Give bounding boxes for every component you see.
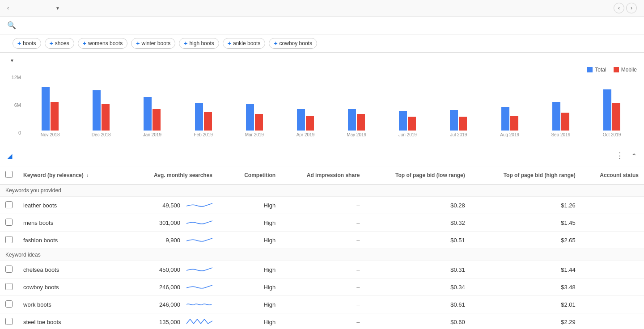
table-row: fashion boots 9,900 High – $0.51 $2.65 — [0, 232, 644, 249]
competition-cell: High — [218, 278, 281, 296]
top-bid-low-header[interactable]: Top of page bid (low range) — [365, 166, 470, 184]
top-bid-high-header[interactable]: Top of page bid (high range) — [470, 166, 581, 184]
chart-area: Nov 2018Dec 2018Jan 2019Feb 2019Mar 2019… — [25, 75, 637, 146]
row-checkbox[interactable] — [5, 219, 13, 226]
trend-sparkline — [186, 201, 212, 210]
bar-mobile — [204, 112, 212, 131]
row-checkbox[interactable] — [5, 318, 13, 325]
chart-bars: Nov 2018Dec 2018Jan 2019Feb 2019Mar 2019… — [25, 75, 637, 137]
broaden-tag-cowboy-boots[interactable]: +cowboy boots — [269, 38, 317, 49]
top-bid-high-cell: $1.45 — [470, 214, 581, 232]
top-bid-high-cell: $1.26 — [470, 197, 581, 214]
chart-legend: Total Mobile — [7, 67, 637, 73]
chart-header[interactable]: ▼ — [7, 58, 637, 63]
chart-baseline — [43, 137, 637, 137]
next-arrow[interactable]: › — [626, 3, 637, 13]
columns-button[interactable]: ⋮ — [616, 151, 624, 161]
bar-total — [93, 90, 101, 131]
ad-impression-cell: – — [281, 232, 365, 249]
top-bid-low-cell: $0.32 — [365, 214, 470, 232]
bar-total — [501, 107, 509, 131]
competition-cell: High — [218, 197, 281, 214]
collapse-chart-button[interactable]: ⌃ — [631, 152, 637, 160]
sort-icon: ↓ — [86, 173, 89, 178]
row-checkbox[interactable] — [5, 300, 13, 308]
top-bid-low-cell: $0.28 — [365, 197, 470, 214]
keyword-header[interactable]: Keyword (by relevance) ↓ — [18, 166, 123, 184]
chart-month-Jul-2019: Jul 2019 — [433, 75, 483, 137]
row-checkbox-cell — [0, 232, 18, 249]
account-status-cell — [581, 197, 644, 214]
top-bid-high-cell: $2.65 — [470, 232, 581, 249]
broaden-tag-shoes[interactable]: +shoes — [45, 38, 74, 49]
trend-sparkline — [186, 265, 212, 274]
chart-month-May-2019: May 2019 — [331, 75, 381, 137]
back-arrow[interactable]: ‹ — [7, 5, 9, 11]
trend-sparkline — [186, 317, 212, 326]
broaden-tag-boots[interactable]: +boots — [13, 38, 41, 49]
row-checkbox[interactable] — [5, 266, 13, 273]
bar-mobile — [51, 102, 59, 131]
row-checkbox-cell — [0, 278, 18, 296]
bar-total — [603, 89, 611, 131]
broaden-tag-ankle-boots[interactable]: +ankle boots — [223, 38, 266, 49]
broaden-tag-winter-boots[interactable]: +winter boots — [131, 38, 175, 49]
competition-cell: High — [218, 232, 281, 249]
chart-section: ▼ Total Mobile 12M 6M 0 Nov 2018Dec 2018… — [0, 53, 644, 146]
chart-dropdown-icon: ▼ — [10, 58, 14, 63]
ad-impression-header[interactable]: Ad impression share — [281, 166, 365, 184]
chart-y-labels: 12M 6M 0 — [7, 75, 23, 135]
ad-impression-cell: – — [281, 278, 365, 296]
top-bid-high-cell: $3.48 — [470, 278, 581, 296]
table-row: leather boots 49,500 High – $0.28 $1.26 — [0, 197, 644, 214]
avg-monthly-header[interactable]: Avg. monthly searches — [123, 166, 218, 184]
date-range-selector[interactable]: ▼ — [52, 6, 60, 11]
legend-mobile-label: Mobile — [621, 67, 637, 73]
avg-monthly-cell: 135,000 — [123, 313, 218, 329]
bar-mobile — [306, 116, 314, 131]
bar-total — [195, 103, 203, 131]
nav-arrows: ‹ › — [614, 3, 637, 13]
select-all-checkbox[interactable] — [5, 171, 13, 178]
row-checkbox-cell — [0, 261, 18, 278]
account-status-cell — [581, 232, 644, 249]
account-status-cell — [581, 278, 644, 296]
row-checkbox[interactable] — [5, 283, 13, 290]
bar-total — [144, 97, 152, 131]
ad-impression-cell: – — [281, 214, 365, 232]
broaden-tag-high-boots[interactable]: +high boots — [179, 38, 219, 49]
top-bid-high-cell: $1.44 — [470, 261, 581, 278]
search-icon: 🔍 — [7, 21, 16, 30]
bar-mobile — [408, 117, 416, 131]
account-status-header[interactable]: Account status — [581, 166, 644, 184]
broaden-tag-womens-boots[interactable]: +womens boots — [78, 38, 128, 49]
row-checkbox[interactable] — [5, 236, 13, 243]
chart-month-Jan-2019: Jan 2019 — [127, 75, 177, 137]
account-status-cell — [581, 261, 644, 278]
search-bar: 🔍 — [0, 17, 644, 34]
competition-header[interactable]: Competition — [218, 166, 281, 184]
avg-monthly-cell: 450,000 — [123, 261, 218, 278]
legend-mobile-dot — [614, 67, 619, 72]
prev-arrow[interactable]: ‹ — [614, 3, 624, 13]
row-checkbox[interactable] — [5, 201, 13, 208]
chart-month-Nov-2018: Nov 2018 — [25, 75, 75, 137]
select-all-header — [0, 166, 18, 184]
competition-cell: High — [218, 214, 281, 232]
legend-total-label: Total — [595, 67, 606, 73]
trend-sparkline — [186, 218, 212, 227]
keyword-cell: mens boots — [18, 214, 123, 232]
keyword-cell: fashion boots — [18, 232, 123, 249]
bar-mobile — [357, 114, 365, 131]
keyword-cell: cowboy boots — [18, 278, 123, 296]
search-input[interactable] — [21, 22, 612, 29]
bar-total — [450, 110, 458, 131]
keyword-cell: chelsea boots — [18, 261, 123, 278]
bar-total — [246, 104, 254, 131]
bar-total — [552, 102, 560, 131]
top-bid-high-cell: $2.29 — [470, 313, 581, 329]
table-header: Keyword (by relevance) ↓ Avg. monthly se… — [0, 166, 644, 184]
avg-monthly-cell: 9,900 — [123, 232, 218, 249]
account-status-cell — [581, 214, 644, 232]
keyword-cell: steel toe boots — [18, 313, 123, 329]
